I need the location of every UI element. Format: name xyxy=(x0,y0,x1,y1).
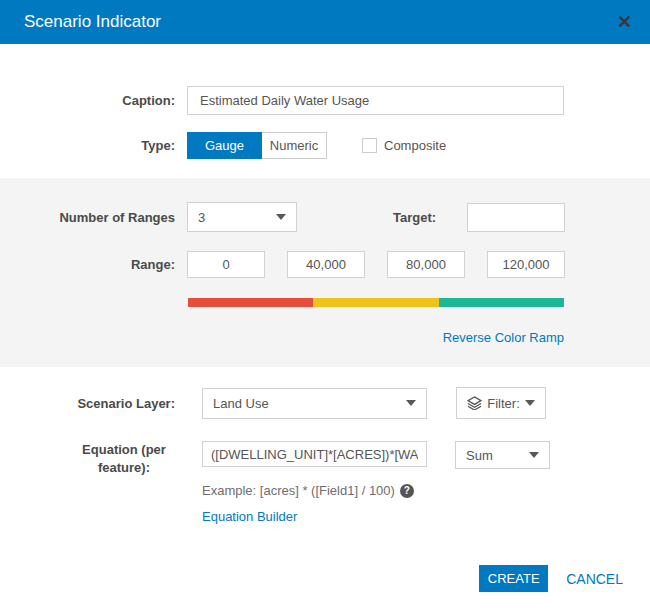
ranges-section: Number of Ranges 3 Target: Range: Revers xyxy=(0,178,650,367)
range-row: Range: xyxy=(0,251,565,278)
target-input[interactable] xyxy=(467,203,565,232)
number-of-ranges-value: 3 xyxy=(198,210,205,225)
scenario-indicator-dialog: Scenario Indicator ✕ Caption: Type: Gaug… xyxy=(0,0,650,612)
equation-label: Equation (per feature): xyxy=(0,441,175,476)
reverse-color-ramp-link[interactable]: Reverse Color Ramp xyxy=(443,330,564,345)
composite-label: Composite xyxy=(384,138,446,153)
range-input-4[interactable] xyxy=(487,251,565,278)
layers-icon xyxy=(467,396,482,410)
scenario-layer-row: Scenario Layer: Land Use Filter: xyxy=(0,387,546,419)
range-input-1[interactable] xyxy=(187,251,265,278)
chevron-down-icon xyxy=(406,400,416,406)
number-of-ranges-label: Number of Ranges xyxy=(0,210,175,225)
number-of-ranges-row: Number of Ranges 3 Target: xyxy=(0,202,565,232)
dialog-header: Scenario Indicator ✕ xyxy=(0,0,650,44)
scenario-layer-select[interactable]: Land Use xyxy=(202,388,427,419)
type-row: Type: Gauge Numeric Composite xyxy=(0,132,650,159)
page-title: Scenario Indicator xyxy=(24,12,161,32)
color-ramp-segment-red xyxy=(188,298,313,307)
type-label: Type: xyxy=(0,138,175,153)
range-label: Range: xyxy=(0,257,175,272)
range-input-3[interactable] xyxy=(387,251,465,278)
filter-button[interactable]: Filter: xyxy=(456,387,546,419)
type-toggle-group: Gauge Numeric xyxy=(187,132,327,159)
type-gauge-button[interactable]: Gauge xyxy=(187,132,262,159)
scenario-layer-value: Land Use xyxy=(213,396,269,411)
range-inputs xyxy=(187,251,565,278)
close-icon[interactable]: ✕ xyxy=(617,13,632,31)
cancel-button[interactable]: CANCEL xyxy=(566,571,623,587)
color-ramp xyxy=(188,298,564,307)
chevron-down-icon xyxy=(525,400,535,406)
scenario-layer-label: Scenario Layer: xyxy=(0,396,175,411)
equation-example-text: Example: [acres] * ([Field1] / 100) xyxy=(202,483,395,498)
range-input-2[interactable] xyxy=(287,251,365,278)
caption-label: Caption: xyxy=(0,93,175,108)
target-label: Target: xyxy=(393,210,436,225)
dialog-footer: CREATE CANCEL xyxy=(0,565,650,592)
equation-builder-row: Equation Builder xyxy=(202,507,650,525)
aggregation-select[interactable]: Sum xyxy=(455,441,550,469)
create-button[interactable]: CREATE xyxy=(479,565,548,592)
composite-checkbox[interactable] xyxy=(362,138,377,153)
caption-row: Caption: xyxy=(0,86,650,115)
chevron-down-icon xyxy=(276,214,286,220)
equation-builder-link[interactable]: Equation Builder xyxy=(202,509,297,524)
caption-input[interactable] xyxy=(187,86,564,115)
equation-row: Equation (per feature): Sum xyxy=(0,441,550,476)
equation-example-row: Example: [acres] * ([Field1] / 100) ? xyxy=(202,483,650,498)
aggregation-value: Sum xyxy=(466,448,493,463)
equation-input[interactable] xyxy=(202,441,427,467)
type-numeric-button[interactable]: Numeric xyxy=(262,132,327,159)
chevron-down-icon xyxy=(529,452,539,458)
number-of-ranges-select[interactable]: 3 xyxy=(187,202,297,232)
color-ramp-segment-yellow xyxy=(313,298,438,307)
reverse-color-ramp-row: Reverse Color Ramp xyxy=(0,328,564,346)
color-ramp-segment-green xyxy=(439,298,564,307)
help-icon[interactable]: ? xyxy=(400,484,414,498)
filter-label: Filter: xyxy=(487,396,520,411)
